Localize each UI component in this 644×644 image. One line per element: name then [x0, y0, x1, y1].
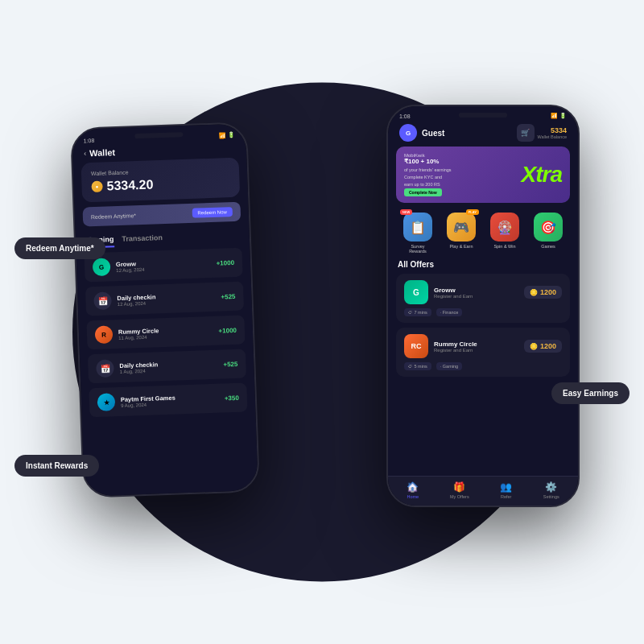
redeem-text: Redeem Anytime* [91, 213, 136, 220]
redeem-anytime-label: Redeem Anytime* [14, 237, 105, 259]
txn-name: Daily checkin [119, 361, 158, 369]
txn-date: 1 Aug, 2024 [120, 368, 159, 374]
right-phone: 1:08 📶 🔋 G Guest 🛒 5334 Wallet Balance [386, 105, 580, 507]
quick-icon-play[interactable]: PLAY 🎮 Play & Earn [447, 213, 476, 254]
balance-section: Wallet Balance ● 5334.20 [81, 158, 241, 203]
spin-win-icon: 🎡 [490, 213, 519, 242]
table-row[interactable]: 📅 Daily checkin 12 Aug, 2024 +525 [85, 282, 244, 316]
games-icon: 🎯 [534, 213, 563, 242]
offer-tag-time: ⏱ 7 mins [404, 308, 431, 316]
quick-icon-spin[interactable]: 🎡 Spin & Win [490, 213, 519, 254]
wallet-balance-number: 5334 [538, 126, 567, 134]
new-badge: NEW [400, 209, 412, 215]
txn-left-groww: G Groww 12 Aug, 2024 [93, 257, 145, 276]
survey-label: SurveyRewards [409, 244, 427, 254]
games-label: Games [541, 244, 555, 249]
txn-name: Rummy Circle [118, 327, 159, 336]
offer-amount: 1200 [540, 342, 556, 350]
wallet-title: Wallet [89, 147, 115, 158]
quick-icon-games[interactable]: 🎯 Games [534, 213, 563, 254]
txn-left-rummy: R Rummy Circle 11 Aug, 2024 [95, 324, 159, 344]
table-row[interactable]: 📅 Daily checkin 1 Aug, 2024 +525 [88, 349, 246, 384]
txn-info-checkin1: Daily checkin 12 Aug, 2024 [117, 293, 155, 307]
all-offers-title: All Offers [388, 260, 578, 274]
right-phone-notch [459, 113, 507, 118]
offer-top: G Groww Register and Earn 🪙 1200 [404, 280, 562, 304]
txn-date: 12 Aug, 2024 [116, 266, 145, 272]
txn-amount: +525 [223, 360, 237, 368]
offer-left: G Groww Register and Earn [404, 280, 473, 304]
txn-info-groww: Groww 12 Aug, 2024 [116, 259, 145, 272]
left-status-icons: 📶 🔋 [218, 132, 234, 139]
txn-date: 11 Aug, 2024 [118, 334, 159, 341]
promo-sub2: Complete KYC and [404, 175, 452, 180]
settings-icon: ⚙️ [545, 481, 557, 493]
offer-name: Groww [434, 287, 473, 294]
promo-content: MobiKwik ₹100 + 10% of your friends' ear… [404, 153, 452, 187]
wallet-balance-header: 🛒 5334 Wallet Balance [517, 124, 567, 142]
promo-banner[interactable]: MobiKwik ₹100 + 10% of your friends' ear… [396, 147, 570, 203]
left-time: 1:08 [83, 137, 94, 142]
balance-number: 5334.20 [106, 177, 153, 193]
txn-amount: +1000 [218, 326, 237, 334]
txn-avatar-checkin: 📅 [93, 291, 112, 310]
back-button[interactable]: ‹ [84, 149, 86, 157]
wallet-balance-info: 5334 Wallet Balance [538, 126, 567, 139]
play-earn-icon: PLAY 🎮 [447, 213, 476, 242]
offer-sub: Register and Earn [434, 294, 473, 299]
txn-left-checkin1: 📅 Daily checkin 12 Aug, 2024 [93, 290, 156, 310]
nav-my-offers[interactable]: 🎁 My Offers [450, 481, 469, 499]
user-name: Guest [422, 129, 444, 138]
tab-transaction[interactable]: Transaction [122, 233, 163, 247]
quick-icon-survey[interactable]: NEW 📋 SurveyRewards [403, 213, 432, 254]
nav-settings-label: Settings [543, 494, 559, 499]
coin-icon: ● [91, 181, 102, 192]
wallet-icon[interactable]: 🛒 [517, 124, 535, 142]
survey-icon: NEW 📋 [403, 213, 432, 242]
home-icon: 🏠 [407, 481, 419, 493]
nav-settings[interactable]: ⚙️ Settings [543, 481, 559, 499]
txn-info-rummy: Rummy Circle 11 Aug, 2024 [118, 327, 159, 341]
table-row[interactable]: ★ Paytm First Games 9 Aug, 2024 +350 [89, 383, 247, 418]
txn-avatar-rummy: R [95, 325, 114, 344]
offer-reward-groww: 🪙 1200 [524, 286, 562, 299]
redeem-bar: Redeem Anytime* Redeem Now [82, 202, 241, 227]
nav-home[interactable]: 🏠 Home [407, 481, 419, 499]
offer-tag-category: · Finance [436, 308, 463, 316]
txn-date: 12 Aug, 2024 [118, 300, 156, 307]
promo-complete-button[interactable]: Complete Now [404, 188, 442, 196]
quick-icons-row: NEW 📋 SurveyRewards PLAY 🎮 Play & Earn 🎡… [388, 209, 578, 260]
offer-amount: 1200 [540, 288, 556, 296]
txn-amount: +350 [225, 394, 239, 402]
rummy-logo: RC [404, 334, 428, 358]
coin-icon: 🪙 [530, 343, 538, 350]
promo-sub3: earn up to 200 RS [404, 182, 452, 187]
balance-amount: ● 5334.20 [91, 175, 230, 194]
right-time: 1:08 [399, 114, 411, 119]
txn-avatar-groww: G [93, 258, 111, 276]
offer-card-rummy[interactable]: RC Rummy Circle Register and Earn 🪙 1200… [396, 328, 570, 377]
offer-name: Rummy Circle [434, 341, 477, 348]
nav-refer[interactable]: 👥 Refer [500, 481, 512, 499]
txn-left-checkin2: 📅 Daily checkin 1 Aug, 2024 [96, 357, 159, 378]
instant-rewards-label: Instant Rewards [14, 455, 99, 477]
nav-home-label: Home [407, 494, 419, 499]
offer-tags: ⏱ 5 mins · Gaming [404, 362, 562, 370]
nav-offers-label: My Offers [450, 494, 469, 499]
offer-left: RC Rummy Circle Register and Earn [404, 334, 477, 358]
offer-tag-time: ⏱ 5 mins [404, 362, 431, 370]
txn-avatar-paytm: ★ [97, 393, 116, 411]
offer-card-groww[interactable]: G Groww Register and Earn 🪙 1200 ⏱ 7 min… [396, 274, 570, 323]
spin-label: Spin & Win [493, 244, 515, 249]
right-status-icons: 📶 🔋 [551, 113, 567, 119]
user-info: G Guest [399, 124, 444, 142]
table-row[interactable]: R Rummy Circle 11 Aug, 2024 +1000 [86, 316, 245, 350]
redeem-now-button[interactable]: Redeem Now [192, 207, 233, 218]
right-phone-screen: 1:08 📶 🔋 G Guest 🛒 5334 Wallet Balance [388, 106, 578, 506]
nav-refer-label: Refer [501, 494, 511, 499]
table-row[interactable]: G Groww 12 Aug, 2024 +1000 [84, 248, 242, 283]
left-phone: 1:08 📶 🔋 ‹ Wallet Wallet Balance ● 5334.… [70, 122, 260, 497]
coin-icon: 🪙 [530, 289, 538, 296]
txn-avatar-checkin2: 📅 [96, 359, 114, 378]
promo-sub1: of your friends' earnings [404, 167, 452, 172]
